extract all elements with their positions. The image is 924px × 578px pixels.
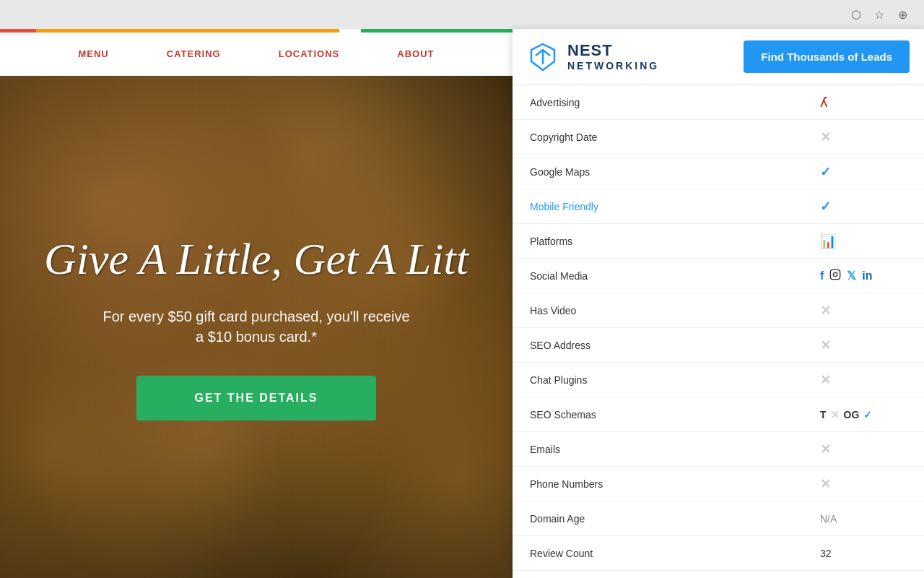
label-google-maps: Google Maps (530, 166, 820, 178)
value-has-video: ✕ (820, 303, 907, 319)
seo-x-badge: ✕ (831, 409, 840, 420)
nest-panel: NEST NETWORKING Find Thousands of Leads … (513, 29, 924, 578)
row-seo-address: SEO Address ✕ (513, 328, 924, 363)
seo-og-badge: OG (844, 409, 860, 420)
top-bar (0, 29, 513, 33)
domain-age-value: N/A (820, 513, 837, 525)
x-icon-chat: ✕ (820, 372, 831, 388)
value-review-count: 32 (820, 548, 907, 559)
label-chat-plugins: Chat Plugins (530, 374, 820, 386)
linkedin-icon: in (862, 269, 872, 282)
value-seo-address: ✕ (820, 337, 907, 353)
row-copyright-date: Copyright Date ✕ (513, 120, 924, 155)
nav-catering[interactable]: CATERING (167, 48, 221, 59)
label-seo-schemas: SEO Schemas (530, 409, 820, 420)
logo-icon (527, 41, 559, 73)
twitter-icon: 𝕏 (847, 269, 856, 282)
instagram-icon (829, 269, 841, 283)
hero-section: Give A Little, Get A Litt For every $50 … (0, 76, 513, 578)
value-domain-age: N/A (820, 513, 907, 525)
row-seo-schemas: SEO Schemas T ✕ OG ✓ (513, 397, 924, 432)
label-platforms: Platforms (530, 236, 820, 247)
progress-yellow (36, 29, 339, 33)
panel-content: Advertising ʎ Copyright Date ✕ Google Ma… (513, 85, 924, 578)
value-social-media: f 𝕏 in (820, 269, 907, 283)
row-phone-numbers: Phone Numbers ✕ (513, 467, 924, 501)
label-emails: Emails (530, 444, 820, 455)
row-platforms: Platforms 📊 (513, 224, 924, 259)
value-emails: ✕ (820, 441, 907, 457)
value-phone-numbers: ✕ (820, 476, 907, 492)
extensions-icon[interactable]: ⬡ (849, 7, 863, 22)
website-area: MENU CATERING LOCATIONS ABOUT Give A Lit… (0, 29, 513, 578)
nav-about[interactable]: ABOUT (397, 48, 434, 59)
value-copyright-date: ✕ (820, 129, 907, 145)
hero-content: Give A Little, Get A Litt For every $50 … (44, 233, 468, 420)
nav-menu[interactable]: MENU (78, 48, 108, 59)
progress-gap (339, 29, 361, 33)
progress-green (361, 29, 513, 33)
find-leads-button[interactable]: Find Thousands of Leads (744, 40, 910, 73)
facebook-icon: f (820, 269, 824, 282)
label-review-count: Review Count (530, 548, 820, 559)
seo-t-badge: T (820, 409, 827, 420)
browser-icon[interactable]: ⊕ (895, 7, 910, 22)
label-advertising: Advertising (530, 97, 820, 108)
x-icon-emails: ✕ (820, 441, 831, 457)
value-advertising: ʎ (820, 95, 907, 111)
label-phone-numbers: Phone Numbers (530, 478, 820, 490)
row-emails: Emails ✕ (513, 432, 924, 467)
social-icons: f 𝕏 in (820, 269, 873, 283)
panel-header: NEST NETWORKING Find Thousands of Leads (513, 29, 924, 85)
seo-badges: T ✕ OG ✓ (820, 409, 872, 420)
star-icon[interactable]: ☆ (872, 7, 886, 22)
row-domain-age: Domain Age N/A (513, 501, 924, 536)
x-icon-phones: ✕ (820, 476, 831, 492)
label-social-media: Social Media (530, 270, 820, 282)
logo-area: NEST NETWORKING (527, 41, 659, 73)
browser-chrome: ⬡ ☆ ⊕ (0, 0, 924, 29)
x-icon-copyright: ✕ (820, 129, 831, 145)
row-chat-plugins: Chat Plugins ✕ (513, 363, 924, 397)
yelp-icon: ʎ (820, 95, 828, 111)
value-platforms: 📊 (820, 233, 907, 249)
x-icon-seo-address: ✕ (820, 337, 831, 353)
value-google-maps: ✓ (820, 164, 907, 180)
hero-title: Give A Little, Get A Litt (44, 233, 468, 285)
label-domain-age: Domain Age (530, 513, 820, 525)
check-icon-google-maps: ✓ (820, 164, 831, 180)
label-has-video: Has Video (530, 305, 820, 316)
row-advertising: Advertising ʎ (513, 85, 924, 120)
bar-chart-icon: 📊 (820, 233, 836, 249)
label-mobile-friendly: Mobile Friendly (530, 201, 820, 212)
review-count-value: 32 (820, 548, 832, 559)
logo-networking: NETWORKING (567, 60, 659, 72)
logo-nest: NEST (567, 41, 659, 60)
svg-point-3 (834, 272, 837, 276)
nav: MENU CATERING LOCATIONS ABOUT (0, 33, 513, 76)
value-mobile-friendly: ✓ (820, 199, 907, 215)
x-icon-video: ✕ (820, 303, 831, 319)
cta-button[interactable]: GET THE DETAILS (136, 376, 375, 420)
row-review-count: Review Count 32 (513, 536, 924, 571)
value-seo-schemas: T ✕ OG ✓ (820, 409, 907, 420)
nav-locations[interactable]: LOCATIONS (279, 48, 340, 59)
value-chat-plugins: ✕ (820, 372, 907, 388)
row-mobile-friendly: Mobile Friendly ✓ (513, 189, 924, 224)
hero-subtitle: For every $50 gift card purchased, you'l… (44, 306, 468, 347)
row-google-maps: Google Maps ✓ (513, 155, 924, 189)
logo-text: NEST NETWORKING (567, 41, 659, 72)
row-social-media: Social Media f 𝕏 in (513, 259, 924, 293)
svg-rect-2 (831, 269, 840, 279)
label-seo-address: SEO Address (530, 340, 820, 351)
seo-check-badge: ✓ (863, 409, 872, 420)
svg-point-4 (837, 271, 838, 272)
check-icon-mobile-friendly: ✓ (820, 199, 831, 215)
label-copyright-date: Copyright Date (530, 131, 820, 143)
row-has-video: Has Video ✕ (513, 293, 924, 328)
progress-red (0, 29, 36, 33)
